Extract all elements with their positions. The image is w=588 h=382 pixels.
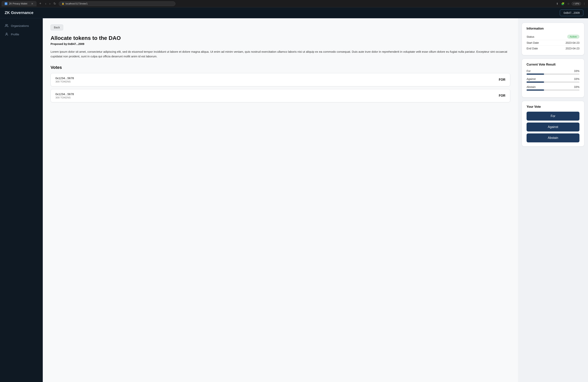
- svg-point-0: [6, 24, 7, 25]
- vote-tokens-1: 300 TOKENS: [55, 80, 74, 83]
- back-button[interactable]: Back: [51, 24, 63, 30]
- share-button[interactable]: ⬆: [555, 1, 559, 6]
- sidebar-organizations-label: Organizations: [11, 24, 29, 27]
- new-tab-button[interactable]: +: [38, 1, 42, 6]
- abstain-percent: 33%: [574, 85, 579, 88]
- abstain-label: Abstain: [526, 85, 536, 88]
- status-badge: Active: [567, 35, 579, 39]
- app-wrapper: ZK Governance 0xB47...2009 Organizations: [0, 7, 588, 382]
- proposal-body: Lorem ipsum dolor sit amet, consectetur …: [51, 49, 510, 59]
- app-body: Organizations Profile Back Allocate toke…: [0, 18, 588, 382]
- address-bar[interactable]: 🔒 localhost:5173/vote/1: [59, 1, 175, 6]
- abstain-progress-bg: [526, 89, 579, 91]
- votes-title: Votes: [51, 65, 510, 70]
- app-header: ZK Governance 0xB47...2009: [0, 7, 588, 18]
- against-percent: 33%: [574, 77, 579, 81]
- vote-address-1: 0x1234...5678: [55, 76, 74, 80]
- vote-label-1: FOR: [499, 78, 505, 82]
- vote-abstain-button[interactable]: Abstain: [526, 133, 579, 142]
- url-text: localhost:5173/vote/1: [65, 2, 87, 5]
- result-row-for: For 33%: [526, 69, 579, 75]
- wallet-address-button[interactable]: 0xB47...2009: [560, 10, 583, 16]
- nav-reload-button[interactable]: ↻: [52, 1, 57, 6]
- vote-for-button[interactable]: For: [526, 112, 579, 121]
- result-row-against-header: Against 33%: [526, 77, 579, 81]
- tab-close-button[interactable]: ✕: [31, 2, 33, 5]
- tab-title: ZK Privacy Wallet: [9, 2, 27, 5]
- menu-button[interactable]: ⋮: [582, 1, 587, 6]
- vote-card-2: 0x1234...5678 300 TOKENS FOR: [51, 89, 510, 102]
- nav-back-button[interactable]: ‹: [44, 1, 47, 6]
- nav-controls: ‹ › ↻: [44, 1, 57, 6]
- vote-card-left-2: 0x1234...5678 300 TOKENS: [55, 92, 74, 99]
- info-row-start-date: Start Date 2023-04-23: [526, 40, 579, 46]
- proposed-by: Proposed by:0xB47...2009: [51, 42, 510, 45]
- status-label: Status: [526, 35, 534, 38]
- vote-result-title: Current Vote Result: [526, 63, 579, 66]
- app-title: ZK Governance: [5, 11, 33, 15]
- browser-tab[interactable]: Z ZK Privacy Wallet ✕: [1, 1, 37, 6]
- result-row-abstain: Abstain 33%: [526, 85, 579, 91]
- result-row-for-header: For 33%: [526, 69, 579, 73]
- profile-icon: [5, 32, 9, 36]
- against-label: Against: [526, 77, 536, 81]
- for-label: For: [526, 69, 531, 73]
- proposed-by-label: Proposed by:: [51, 42, 68, 45]
- start-date-value: 2023-04-23: [566, 41, 579, 44]
- for-progress-fill: [526, 74, 544, 75]
- result-row-against: Against 33%: [526, 77, 579, 83]
- your-vote-card: Your Vote For Against Abstain: [522, 101, 584, 146]
- browser-chrome: Z ZK Privacy Wallet ✕ + ‹ › ↻ 🔒 localhos…: [0, 0, 588, 7]
- sidebar: Organizations Profile: [0, 18, 43, 382]
- information-card: Information Status Active Start Date 202…: [522, 23, 584, 55]
- info-row-end-date: End Date 2023-04-23: [526, 46, 579, 51]
- against-progress-bg: [526, 82, 579, 83]
- result-row-abstain-header: Abstain 33%: [526, 85, 579, 88]
- organizations-icon: [5, 24, 9, 28]
- start-date-label: Start Date: [526, 41, 539, 44]
- sidebar-item-profile[interactable]: Profile: [0, 30, 42, 39]
- end-date-value: 2023-04-23: [566, 47, 579, 50]
- sidebar-profile-label: Profile: [11, 33, 19, 36]
- svg-point-1: [6, 33, 7, 34]
- for-percent: 33%: [574, 69, 579, 73]
- vote-against-button[interactable]: Against: [526, 123, 579, 131]
- lock-icon: 🔒: [62, 2, 64, 5]
- abstain-progress-fill: [526, 89, 544, 91]
- vote-card-left-1: 0x1234...5678 300 TOKENS: [55, 76, 74, 83]
- proposal-title: Allocate tokens to the DAO: [51, 35, 510, 41]
- favicon-icon: Z: [5, 2, 7, 5]
- nav-forward-button[interactable]: ›: [48, 1, 52, 6]
- info-row-status: Status Active: [526, 33, 579, 40]
- your-vote-title: Your Vote: [526, 105, 579, 108]
- vote-tokens-2: 300 TOKENS: [55, 96, 74, 99]
- proposed-by-address: 0xB47...2009: [68, 42, 84, 45]
- for-progress-bg: [526, 74, 579, 75]
- browser-actions: ⬆ 🧩 ☆ • VPN ⋮: [555, 1, 587, 6]
- against-progress-fill: [526, 82, 544, 83]
- sidebar-item-organizations[interactable]: Organizations: [0, 21, 42, 30]
- bookmark-button[interactable]: ☆: [567, 1, 570, 6]
- end-date-label: End Date: [526, 47, 538, 50]
- vote-result-card: Current Vote Result For 33% Against 33%: [522, 59, 584, 97]
- vpn-badge[interactable]: • VPN: [572, 2, 581, 5]
- information-title: Information: [526, 27, 579, 30]
- vote-card-1: 0x1234...5678 300 TOKENS FOR: [51, 73, 510, 86]
- extensions-button[interactable]: 🧩: [560, 1, 565, 6]
- main-content: Back Allocate tokens to the DAO Proposed…: [43, 18, 518, 382]
- vote-address-2: 0x1234...5678: [55, 92, 74, 96]
- right-panel: Information Status Active Start Date 202…: [518, 18, 588, 382]
- vote-label-2: FOR: [499, 94, 505, 97]
